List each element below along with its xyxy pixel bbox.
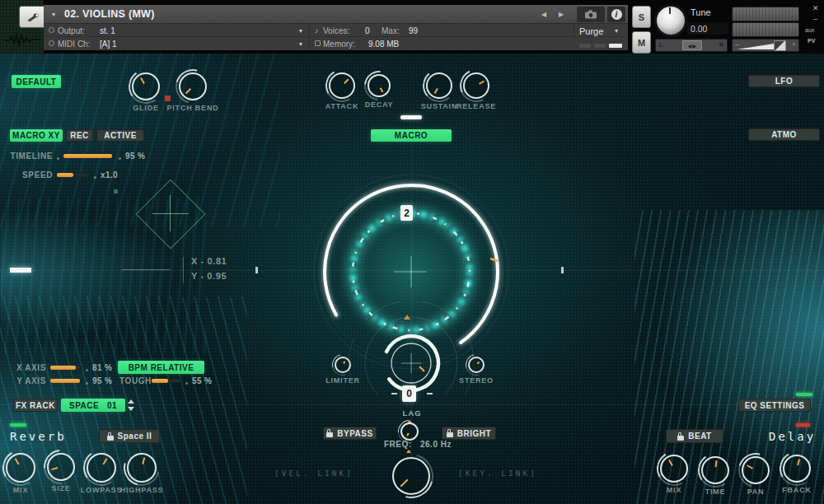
delay-time-knob[interactable]	[701, 456, 729, 484]
prev-instrument-icon[interactable]: ◀	[541, 11, 546, 18]
max-voices-value[interactable]: 99	[409, 26, 418, 35]
timeline-label: TIMELINE	[7, 152, 53, 161]
tune-value[interactable]: 0.00	[687, 22, 728, 35]
release-label: RELEASE	[456, 102, 496, 110]
bright-button[interactable]: BRIGHT	[442, 427, 496, 440]
space-preset-selector[interactable]: SPACE 01	[61, 399, 125, 412]
output-dropdown-icon[interactable]: ▾	[299, 27, 302, 35]
reverb-size-knob[interactable]	[47, 453, 75, 481]
freq-value[interactable]: 26.0 Hz	[420, 440, 452, 449]
active-button[interactable]: ACTIVE	[96, 129, 144, 142]
limiter-knob[interactable]	[335, 357, 351, 373]
solo-button[interactable]: S	[632, 6, 651, 28]
lag-value-box[interactable]: 0	[402, 385, 416, 402]
rec-button[interactable]: REC	[66, 129, 93, 142]
tough-slider[interactable]	[152, 379, 181, 383]
instrument-title-bar[interactable]: ▾ 02. VIOLINS (MW) ◀ ▶ i	[44, 5, 628, 24]
reverb-preset-button[interactable]: Space II	[99, 429, 160, 443]
volume-handle[interactable]	[774, 40, 786, 51]
macro-xy-tab[interactable]: MACRO XY	[10, 129, 63, 142]
lock-icon	[447, 432, 453, 437]
aux-label[interactable]: aux	[805, 27, 814, 33]
delay-pan-knob[interactable]	[742, 456, 770, 484]
delay-mix-knob[interactable]	[660, 455, 688, 483]
timeline-slider[interactable]	[63, 154, 115, 158]
preset-up-icon[interactable]	[128, 399, 134, 404]
reverb-mix-knob[interactable]	[6, 453, 35, 483]
crosshair-tick-2	[561, 267, 564, 273]
attack-knob[interactable]	[329, 72, 355, 99]
output-jack-icon	[49, 27, 54, 33]
info-button[interactable]: i	[607, 7, 625, 22]
key-link-label[interactable]: [KEY. LINK]	[458, 469, 537, 478]
collapse-caret-icon[interactable]: ▾	[52, 11, 55, 18]
preset-down-icon[interactable]	[128, 407, 134, 411]
lfo-button[interactable]: LFO	[748, 75, 820, 87]
midi-dropdown-icon[interactable]: ▾	[299, 40, 302, 48]
speed-slider[interactable]	[57, 173, 90, 177]
beat-button[interactable]: BEAT	[666, 429, 723, 443]
pan-slider[interactable]: L R ◀|▶	[655, 39, 728, 52]
tune-knob[interactable]	[654, 4, 687, 37]
delay-feedback-knob[interactable]	[783, 455, 811, 483]
eq-settings-button[interactable]: EQ SETTINGS	[738, 399, 811, 412]
purge-button[interactable]: Purge	[579, 26, 603, 36]
minimize-icon[interactable]: –	[813, 15, 817, 23]
x-axis-slider[interactable]	[50, 366, 82, 370]
lock-icon	[107, 436, 114, 441]
pan-left-label: L	[659, 42, 662, 48]
pitch-bend-knob[interactable]	[179, 72, 207, 100]
y-axis-label: Y AXIS	[12, 376, 46, 385]
voices-label: Voices:	[323, 26, 349, 35]
step-badge: 2	[400, 205, 413, 221]
crosshair-tick-1	[255, 267, 258, 273]
glide-knob[interactable]	[132, 72, 160, 100]
atmo-button[interactable]: ATMO	[748, 128, 820, 141]
space-number: 01	[107, 401, 117, 410]
freq-knob[interactable]	[400, 422, 419, 441]
instrument-title: 02. VIOLINS (MW)	[64, 8, 155, 20]
wrench-button[interactable]	[19, 6, 46, 28]
delay-feedback-label: FBACK	[782, 486, 812, 494]
snapshot-camera-button[interactable]	[577, 7, 605, 22]
reticle-v-line	[170, 195, 171, 231]
window-top-bar: ▾ 02. VIOLINS (MW) ◀ ▶ i Output:	[0, 0, 824, 54]
pan-handle[interactable]: ◀|▶	[682, 40, 702, 50]
readout-dash	[122, 269, 170, 270]
lag-dash-right	[427, 393, 433, 394]
bpm-relative-button[interactable]: BPM RELATIVE	[118, 361, 204, 374]
kontakt-side-rail	[0, 0, 44, 54]
output-value[interactable]: st. 1	[100, 26, 115, 35]
volume-minus[interactable]: –	[735, 40, 739, 49]
stereo-knob[interactable]	[468, 357, 485, 373]
pv-label[interactable]: PV	[808, 38, 815, 44]
default-preset-button[interactable]: DEFAULT	[12, 75, 61, 88]
vel-link-label[interactable]: [VEL. LINK]	[274, 469, 353, 478]
midi-channel-value[interactable]: [A] 1	[100, 40, 117, 49]
bypass-button[interactable]: BYPASS	[323, 427, 377, 440]
release-knob[interactable]	[463, 72, 489, 99]
purge-meter-1	[579, 44, 591, 48]
sustain-knob[interactable]	[426, 72, 452, 99]
modwheel-indicator	[400, 115, 422, 119]
reverb-highpass-knob[interactable]	[127, 453, 157, 483]
volume-slider[interactable]: – +	[732, 39, 799, 52]
reverb-lowpass-knob[interactable]	[87, 453, 116, 483]
reverb-led[interactable]	[10, 423, 26, 427]
close-icon[interactable]: ✕	[812, 4, 819, 12]
y-axis-slider[interactable]	[50, 379, 82, 383]
limiter-label: LIMITER	[325, 376, 360, 385]
fx-rack-button[interactable]: FX RACK	[13, 399, 58, 412]
tough-label: TOUGH	[119, 376, 147, 385]
tough-slider-row: TOUGH 55 %	[119, 376, 212, 385]
purge-dropdown-icon[interactable]: ▾	[615, 27, 618, 35]
volume-plus[interactable]: +	[792, 40, 796, 49]
wrench-icon	[26, 12, 40, 23]
vel-key-link-knob[interactable]	[392, 457, 430, 495]
delay-led[interactable]	[796, 423, 810, 427]
reticle-corner-marker	[114, 189, 118, 194]
decay-knob[interactable]	[368, 74, 391, 97]
mute-button[interactable]: M	[632, 31, 651, 54]
macro-button[interactable]: MACRO	[371, 129, 452, 142]
next-instrument-icon[interactable]: ▶	[559, 11, 564, 18]
